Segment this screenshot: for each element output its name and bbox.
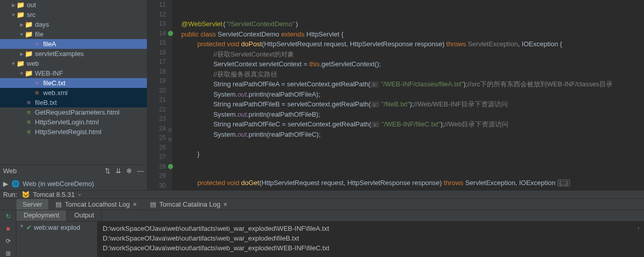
tree-label: fileC.txt — [43, 79, 65, 87]
tree-item[interactable]: ≡fileC.txt — [0, 78, 147, 88]
file-icon: ≡ — [25, 128, 33, 136]
tree-label: out — [27, 1, 36, 9]
success-icon: ✔ — [26, 224, 32, 231]
gutter-line[interactable]: 19 — [147, 76, 166, 86]
tree-label: days — [35, 21, 49, 28]
gutter-line[interactable]: 12 — [147, 10, 166, 20]
gutter-line[interactable]: 22 — [147, 105, 166, 115]
gutter-line[interactable]: 26 — [147, 143, 166, 153]
web-panel-header: Web ⇅ ⇊ ✻ — — [0, 164, 147, 177]
gutter-line[interactable]: 21 — [147, 95, 166, 105]
hide-icon[interactable]: — — [137, 167, 144, 175]
tree-label: WEB-INF — [35, 69, 63, 77]
gutter-line[interactable]: 20 — [147, 86, 166, 96]
tab-output[interactable]: Output — [67, 210, 102, 221]
code-editor[interactable]: 1112131415161718192021222324⊟25⊟26272829… — [147, 0, 644, 190]
fold-icon[interactable]: ⊟ — [168, 135, 172, 144]
tree-item[interactable]: ▼📁src — [0, 10, 147, 20]
fold-icon[interactable]: ⊟ — [168, 125, 172, 135]
console-line: D:\workSpaceOfJava\web\out\artifacts\web… — [103, 243, 639, 253]
project-sidebar: ▶📁out▼📁src▶📁days▼📁file≡fileA▶📁servletExa… — [0, 0, 147, 190]
tab-deployment[interactable]: Deployment — [16, 210, 67, 221]
gutter-line[interactable]: 15 — [147, 38, 166, 48]
override-marker-icon[interactable] — [168, 31, 173, 36]
gutter-line[interactable]: 29 — [147, 171, 166, 181]
artifact-label[interactable]: web:war explod — [34, 224, 80, 231]
project-tree[interactable]: ▶📁out▼📁src▶📁days▼📁file≡fileA▶📁servletExa… — [0, 0, 147, 164]
chevron-icon[interactable]: ▼ — [18, 32, 25, 37]
rerun-icon[interactable]: ↻ — [4, 212, 12, 221]
tree-item[interactable]: ≡web.xml — [0, 88, 147, 98]
gutter-line[interactable]: 27 — [147, 152, 166, 162]
close-icon[interactable]: × — [78, 192, 81, 198]
layout-icon[interactable]: ⊞ — [4, 249, 12, 257]
gutter-line[interactable]: 17 — [147, 57, 166, 67]
log-icon: ▤ — [150, 200, 156, 208]
tree-item[interactable]: ≡HttpServletRegist.html — [0, 127, 147, 137]
web-panel-title: Web — [3, 167, 17, 175]
run-icon[interactable]: ▶ — [3, 180, 8, 188]
gutter-line[interactable]: 16 — [147, 48, 166, 58]
chevron-down-icon[interactable]: ▼ — [20, 224, 24, 229]
override-marker-icon[interactable] — [168, 164, 173, 169]
file-icon: 📁 — [16, 1, 25, 9]
gutter-line[interactable]: 18 — [147, 67, 166, 77]
file-icon: ≡ — [25, 118, 33, 126]
tree-item[interactable]: ≡fileA — [0, 39, 147, 49]
gutter-line[interactable]: 24⊟ — [147, 124, 166, 134]
file-icon: 📁 — [25, 50, 33, 58]
file-icon: ≡ — [25, 99, 33, 106]
run-label: Run: — [0, 191, 16, 198]
gutter-line[interactable]: 28 — [147, 162, 166, 172]
tree-label: fileB.txt — [35, 99, 57, 106]
run-config-tab[interactable]: 🐱 Tomcat 8.5.31 × — [16, 191, 86, 198]
gutter-line[interactable]: 25⊟ — [147, 133, 166, 143]
code-area[interactable]: @WebServlet("/ServletContextDemo") publi… — [172, 0, 644, 190]
tree-item[interactable]: ▼📁file — [0, 29, 147, 39]
gutter-line[interactable]: 11 — [147, 0, 166, 10]
update-icon[interactable]: ⟳ — [4, 237, 12, 245]
tree-item[interactable]: ▶📁servletExamples — [0, 49, 147, 59]
deployment-list[interactable]: ▼ ✔ web:war explod — [16, 222, 98, 257]
settings-icon[interactable]: ✻ — [126, 167, 132, 175]
gutter-line[interactable]: 23 — [147, 114, 166, 124]
tree-item[interactable]: ≡HttpServletLogin.html — [0, 117, 147, 127]
close-icon[interactable]: × — [133, 200, 137, 208]
scroll-up-icon[interactable]: ↑ — [637, 224, 640, 233]
collapse-icon[interactable]: ⇊ — [116, 167, 121, 175]
gutter-line[interactable]: 30 — [147, 181, 166, 191]
tree-label: fileA — [43, 40, 56, 48]
file-icon: 📁 — [16, 60, 25, 67]
tree-item[interactable]: ▶📁days — [0, 20, 147, 29]
file-icon: 📁 — [25, 69, 33, 77]
console-output[interactable]: ↑ D:\workSpaceOfJava\web\out\artifacts\w… — [98, 222, 644, 257]
close-icon[interactable]: × — [223, 200, 228, 208]
chevron-icon[interactable]: ▶ — [18, 22, 25, 27]
tree-label: servletExamples — [35, 50, 84, 58]
tree-label: HttpServletLogin.html — [35, 118, 99, 126]
chevron-icon[interactable]: ▼ — [10, 61, 16, 66]
web-facet-label[interactable]: Web (in webCoreDemo) — [23, 180, 94, 188]
file-icon: ≡ — [33, 89, 41, 97]
tree-item[interactable]: ▶📁out — [0, 0, 147, 10]
log-icon: ▤ — [55, 200, 62, 208]
run-config-name: Tomcat 8.5.31 — [33, 191, 75, 198]
tree-item[interactable]: ▼📁web — [0, 59, 147, 68]
tree-item[interactable]: ≡GetRequestParameters.html — [0, 107, 147, 117]
chevron-icon[interactable]: ▼ — [18, 71, 25, 76]
tree-item[interactable]: ≡fileB.txt — [0, 98, 147, 107]
editor-gutter[interactable]: 1112131415161718192021222324⊟25⊟26272829… — [147, 0, 172, 190]
tab-catalina-log[interactable]: ▤ Tomcat Catalina Log × — [144, 199, 233, 210]
tab-localhost-log[interactable]: ▤ Tomcat Localhost Log × — [49, 199, 143, 210]
gutter-line[interactable]: 13 — [147, 19, 166, 29]
tree-item[interactable]: ▼📁WEB-INF — [0, 68, 147, 78]
filter-icon[interactable]: ⇅ — [105, 167, 110, 175]
chevron-icon[interactable]: ▶ — [18, 51, 25, 57]
chevron-icon[interactable]: ▼ — [10, 12, 16, 17]
tab-server[interactable]: Server — [16, 199, 48, 210]
file-icon: ≡ — [33, 40, 41, 48]
chevron-icon[interactable]: ▶ — [10, 3, 16, 8]
gutter-line[interactable]: 14 — [147, 29, 166, 39]
tree-label: web.xml — [43, 89, 68, 97]
stop-icon[interactable]: ■ — [4, 225, 12, 233]
